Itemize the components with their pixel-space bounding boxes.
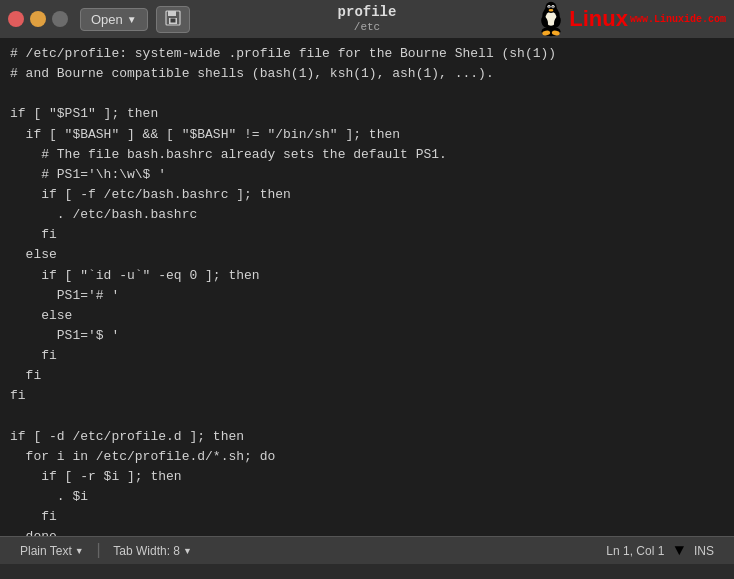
open-button[interactable]: Open ▼: [80, 8, 148, 31]
save-button[interactable]: [156, 6, 190, 33]
open-dropdown-icon: ▼: [127, 14, 137, 25]
svg-rect-3: [170, 18, 175, 22]
position-label: Ln 1, Col 1: [606, 544, 664, 558]
window-filepath: /etc: [338, 21, 397, 34]
svg-point-10: [549, 6, 551, 8]
close-button[interactable]: [8, 11, 24, 27]
title-center: profile /etc: [338, 4, 397, 34]
ins-label: INS: [684, 544, 724, 558]
logo-area: Linux www.Linuxide.com: [533, 1, 726, 37]
tab-width-status[interactable]: Tab Width: 8 ▼: [103, 544, 202, 558]
save-icon: [165, 10, 181, 26]
separator-1: |: [94, 542, 104, 560]
statusbar: Plain Text ▼ | Tab Width: 8 ▼ Ln 1, Col …: [0, 536, 734, 564]
svg-point-11: [553, 6, 555, 8]
position-status: Ln 1, Col 1: [596, 544, 674, 558]
window-filename: profile: [338, 4, 397, 21]
open-label: Open: [91, 12, 123, 27]
logo-site: www.Linuxide.com: [630, 14, 726, 25]
titlebar: Open ▼ profile /etc: [0, 0, 734, 38]
plain-text-dropdown-icon: ▼: [75, 546, 84, 556]
window-controls: [8, 11, 68, 27]
svg-point-12: [549, 9, 554, 11]
code-line-1: # /etc/profile: system-wide .profile fil…: [10, 46, 556, 536]
svg-rect-1: [168, 11, 176, 16]
tux-icon: [533, 1, 569, 37]
tab-width-dropdown-icon: ▼: [183, 546, 192, 556]
plain-text-status[interactable]: Plain Text ▼: [10, 544, 94, 558]
maximize-button[interactable]: [52, 11, 68, 27]
logo-text: Linux: [569, 6, 628, 32]
position-dropdown-icon: ▼: [674, 542, 684, 560]
minimize-button[interactable]: [30, 11, 46, 27]
tab-width-label: Tab Width: 8: [113, 544, 180, 558]
logo-sub: www.Linuxide.com: [630, 14, 726, 25]
status-right: Ln 1, Col 1 ▼ INS: [596, 542, 724, 560]
code-editor[interactable]: # /etc/profile: system-wide .profile fil…: [0, 38, 734, 536]
plain-text-label: Plain Text: [20, 544, 72, 558]
